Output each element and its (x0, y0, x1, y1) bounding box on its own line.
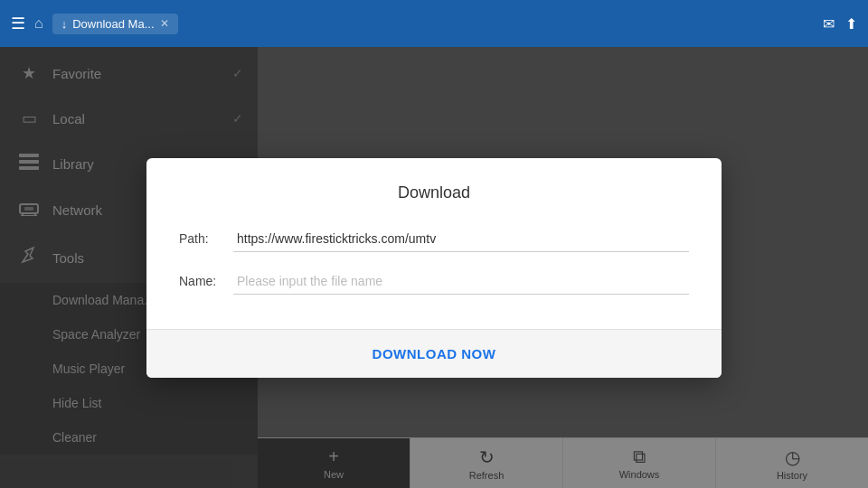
dialog-title: Download (179, 183, 689, 202)
main-content: ★ Favorite ✓ ▭ Local ✓ Library ✓ (0, 47, 868, 488)
modal-overlay[interactable]: Download Path: https://www.firesticktric… (0, 47, 868, 488)
tab-close-icon[interactable]: ✕ (160, 17, 169, 30)
menu-icon[interactable]: ☰ (11, 14, 25, 33)
dialog-footer: DOWNLOAD NOW (146, 329, 722, 378)
download-arrow-icon: ↓ (61, 17, 68, 31)
dialog-name-label: Name: (179, 274, 233, 288)
active-tab[interactable]: ↓ Download Ma... ✕ (52, 14, 178, 34)
upload-icon[interactable]: ⬆ (845, 15, 857, 33)
home-icon[interactable]: ⌂ (34, 15, 43, 32)
tab-title: Download Ma... (72, 17, 154, 31)
download-now-button[interactable]: DOWNLOAD NOW (358, 343, 511, 365)
top-bar: ☰ ⌂ ↓ Download Ma... ✕ ✉ ⬆ (0, 0, 868, 47)
dialog-path-label: Path: (179, 231, 233, 246)
dialog-path-field: Path: https://www.firesticktricks.com/um… (179, 226, 689, 252)
top-bar-actions: ✉ ⬆ (823, 15, 857, 33)
dialog-name-input[interactable] (233, 268, 689, 295)
dialog-name-field: Name: (179, 268, 689, 295)
dialog-path-value: https://www.firesticktricks.com/umtv (233, 226, 689, 252)
mail-icon[interactable]: ✉ (823, 15, 835, 33)
download-dialog: Download Path: https://www.firesticktric… (146, 158, 722, 378)
dialog-body: Download Path: https://www.firesticktric… (146, 158, 722, 329)
app-background: ☰ ⌂ ↓ Download Ma... ✕ ✉ ⬆ ★ Favorite ✓ … (0, 0, 868, 488)
